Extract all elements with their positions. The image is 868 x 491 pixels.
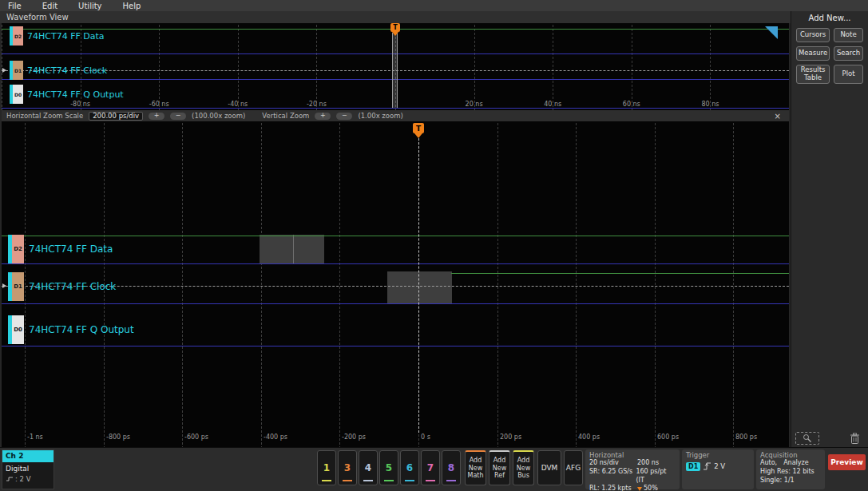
menu-item-help[interactable]: Help <box>123 2 141 10</box>
channel-button-label: 4 <box>365 462 371 473</box>
h-zoom-plus-button[interactable]: + <box>149 113 164 120</box>
horizontal-zoom-scale-input[interactable]: 200.00 ps/div <box>89 112 143 121</box>
overview-waveform-area[interactable]: D2 74HCT74 FF Data D1 74HCT74 FF Clock D… <box>2 23 789 110</box>
acquisition-resolution: High Res: 12 bits <box>760 468 814 477</box>
channel-label: 74HCT74 FF Data <box>29 244 113 255</box>
measure-button[interactable]: Measure <box>796 46 830 61</box>
zoom-waveform-area[interactable]: T D2 74HCT74 FF Data D1 74HCT74 FF Clock… <box>2 121 789 447</box>
channel-button-7[interactable]: 7 <box>421 450 440 485</box>
search-button[interactable]: Search <box>834 46 863 61</box>
menu-bar: File Edit Utility Help <box>0 0 868 11</box>
channel-color-bar <box>405 480 414 481</box>
data-transition-region <box>260 235 324 264</box>
magnifier-icon <box>803 434 812 443</box>
channel-label-group-d2[interactable]: D2 74HCT74 FF Data <box>8 235 113 263</box>
time-tick-label: 0 s <box>421 434 430 441</box>
add-new-button-grid: Cursors Note Measure Search Results Tabl… <box>796 28 863 84</box>
channel-label-group-d0[interactable]: D0 74HCT74 FF Q Output <box>10 85 124 104</box>
clock-transition-region <box>387 271 452 304</box>
channel-label-group-d1[interactable]: D1 74HCT74 FF Clock <box>8 272 116 301</box>
add-new-ref-button[interactable]: Add New Ref <box>489 450 510 485</box>
channel-button-4[interactable]: 4 <box>359 450 378 485</box>
trigger-panel[interactable]: Trigger D1 2 V <box>682 449 754 489</box>
close-icon[interactable]: × <box>775 112 784 121</box>
time-tick-label: 60 ns <box>623 101 640 108</box>
v-zoom-minus-button[interactable]: − <box>336 113 352 120</box>
dvm-button[interactable]: DVM <box>537 450 561 485</box>
channel-button-3[interactable]: 3 <box>338 450 357 485</box>
menu-item-file[interactable]: File <box>8 2 22 10</box>
channel-color-bar <box>322 480 331 481</box>
channel-2-threshold-value: : 2 V <box>15 475 31 483</box>
time-tick-label: -40 ns <box>228 101 248 108</box>
time-tick-label: 800 ps <box>735 434 757 441</box>
channel-label: 74HCT74 FF Q Output <box>29 324 134 335</box>
zoom-toolbar: Horizontal Zoom Scale 200.00 ps/div + − … <box>2 110 789 121</box>
channel-button-label: 3 <box>344 462 351 473</box>
time-tick-label: -80 ns <box>70 101 90 108</box>
cursors-button[interactable]: Cursors <box>796 28 830 42</box>
time-tick-label: -1 ns <box>27 434 43 441</box>
h-zoom-readout: (100.00x zoom) <box>192 112 245 120</box>
acquisition-panel[interactable]: Acquisition Auto, Analyze High Res: 12 b… <box>756 449 825 489</box>
time-tick-label: 200 ps <box>500 434 521 441</box>
channel-2-threshold: : 2 V <box>2 473 54 483</box>
channel-color-bar <box>426 480 435 481</box>
channel-button-5[interactable]: 5 <box>379 450 398 485</box>
channel-chip-d0: D0 <box>12 315 24 344</box>
horizontal-panel[interactable]: Horizontal 20 ns/div 200 ns SR: 6.25 GS/… <box>585 449 680 489</box>
channel-label-group-d2[interactable]: D2 74HCT74 FF Data <box>10 26 105 46</box>
channel-color-bar <box>446 480 456 481</box>
time-tick-label: -200 ps <box>342 434 366 441</box>
menu-item-utility[interactable]: Utility <box>78 2 101 10</box>
channel-label-group-d0[interactable]: D0 74HCT74 FF Q Output <box>8 315 134 344</box>
trigger-position-icon <box>637 487 642 491</box>
time-tick-label: 400 ps <box>578 434 600 441</box>
data-transition-edge <box>293 235 294 264</box>
plot-button[interactable]: Plot <box>834 65 863 84</box>
horizontal-panel-title: Horizontal <box>589 451 676 459</box>
zoom-mode-button[interactable] <box>795 432 819 445</box>
clock-high-trace <box>451 273 789 274</box>
tekscope-window: File Edit Utility Help Waveform View D2 … <box>0 0 868 491</box>
add-new-panel: Add New... Cursors Note Measure Search R… <box>791 11 868 447</box>
afg-button[interactable]: AFG <box>564 450 583 485</box>
preview-button[interactable]: Preview <box>828 454 866 470</box>
channel-label-group-d1[interactable]: D1 74HCT74 FF Clock <box>10 61 107 80</box>
trigger-marker-icon[interactable]: T <box>413 123 424 133</box>
channel-button-8[interactable]: 8 <box>442 450 461 485</box>
channel-chip-d2: D2 <box>13 26 23 46</box>
clock-low-trace <box>2 303 789 304</box>
record-length: RL: 1.25 kpts <box>589 485 637 491</box>
menu-item-edit[interactable]: Edit <box>42 2 57 10</box>
time-tick-label: 80 ns <box>701 101 719 108</box>
trigger-marker-pointer <box>392 32 398 36</box>
results-table-button[interactable]: Results Table <box>796 65 830 84</box>
time-tick-label: 20 ns <box>466 101 483 108</box>
bottom-bar: Ch 2 Digital : 2 V 1 3 4 5 6 <box>0 447 868 491</box>
corner-zoom-icon[interactable] <box>765 26 778 39</box>
waveform-view-title: Waveform View <box>6 13 69 22</box>
add-new-bus-button[interactable]: Add New Bus <box>513 450 534 485</box>
trigger-marker-icon[interactable]: T <box>390 23 400 32</box>
acquisition-analyze: Analyze <box>783 459 809 468</box>
note-button[interactable]: Note <box>834 28 863 42</box>
v-zoom-plus-button[interactable]: + <box>315 113 331 120</box>
channel-label: 74HCT74 FF Q Output <box>27 89 124 100</box>
channel-chip-d0: D0 <box>13 85 23 104</box>
channel-button-label: 5 <box>386 462 392 473</box>
acquisition-mode: Auto, <box>760 459 777 468</box>
trash-button[interactable] <box>850 433 860 445</box>
add-new-math-button[interactable]: Add New Math <box>465 450 486 485</box>
data-low-trace <box>2 263 789 264</box>
channel-button-label: 7 <box>427 462 434 473</box>
horizontal-zoom-scale-label: Horizontal Zoom Scale <box>6 112 83 120</box>
channel-2-badge[interactable]: Ch 2 Digital : 2 V <box>2 449 54 489</box>
h-zoom-minus-button[interactable]: − <box>170 113 186 120</box>
channel-button-1[interactable]: 1 <box>317 450 336 485</box>
zoom-window-indicator[interactable] <box>392 33 398 108</box>
trigger-panel-title: Trigger <box>686 451 750 459</box>
rising-edge-icon <box>703 461 711 471</box>
channel-button-6[interactable]: 6 <box>400 450 419 485</box>
trigger-level: 2 V <box>714 462 725 470</box>
